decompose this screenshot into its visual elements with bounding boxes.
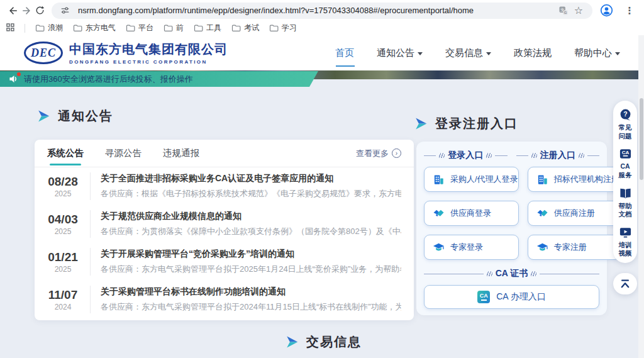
floating-quickbar: ? 常见问题 CA CA服务 帮助文档 培训视频 [613, 101, 637, 263]
speaker-icon [9, 74, 18, 84]
portal-home-page: 通知公告 系统公告 寻源公告 违规通报 查看更多 › 08/28 2025 关于… [0, 79, 644, 358]
handshake-icon [433, 208, 445, 220]
back-to-top-button[interactable] [613, 273, 637, 294]
nav-help-center[interactable]: 帮助中心 [574, 43, 620, 63]
notice-date: 08/28 2025 [42, 175, 84, 198]
building-icon [536, 174, 548, 186]
announcement-ribbon: 请使用360安全浏览器进行后续投标、报价操作 [0, 71, 318, 87]
svg-text:G: G [564, 10, 567, 14]
menu-dots-icon[interactable]: ⋮ [621, 3, 638, 19]
building-icon [433, 174, 445, 186]
scrollbar-thumb[interactable] [640, 98, 643, 180]
site-settings-icon[interactable] [58, 4, 73, 18]
translate-icon[interactable]: 文G [556, 4, 571, 18]
supplier-login-button[interactable]: 供应商登录 [424, 201, 519, 226]
nav-trade-info[interactable]: 交易信息 [445, 43, 491, 63]
notice-desc: 各供应商：为贯彻落实《保障中小企业款项支付条例》（国务院令第802号）及《中小企… [101, 226, 401, 237]
ca-card-icon: CA [619, 147, 632, 160]
bookmark-folder[interactable]: 前 [164, 23, 184, 33]
question-bubble-icon: ? [619, 108, 632, 121]
video-icon [619, 226, 632, 239]
site-header: DEC 中国东方电气集团有限公司 DONGFANG ELECTRIC CORPO… [0, 35, 644, 70]
profile-avatar-icon[interactable] [599, 3, 615, 19]
notice-list-item[interactable]: 11/07 2024 关于采购管理平台标书在线制作功能培训的通知 各供应商：东方… [35, 281, 414, 318]
chevron-down-icon [418, 52, 423, 55]
notice-date: 11/07 2024 [42, 288, 84, 311]
divider [90, 210, 91, 238]
bookmark-folder[interactable]: 浪潮 [35, 23, 63, 33]
bookmark-folder[interactable]: 工具 [194, 23, 221, 33]
bookmark-folder[interactable]: 考试 [231, 23, 259, 33]
login-group-header: 登录入口 [424, 150, 508, 161]
expert-register-button[interactable]: 专家注册 [528, 235, 620, 260]
ticker-text: 请使用360安全浏览器进行后续投标、报价操作 [24, 74, 193, 85]
expert-login-button[interactable]: 专家登录 [424, 235, 519, 260]
nav-notices[interactable]: 通知公告 [377, 43, 423, 63]
ca-apply-button[interactable]: CA CA 办理入口 [424, 285, 599, 309]
notices-section-title: 通知公告 [38, 108, 113, 125]
chevron-down-icon [486, 52, 491, 55]
notice-title[interactable]: 关于开展采购管理平台“竞价采购业务”培训的通知 [101, 249, 401, 260]
bidding-agency-register-button[interactable]: 招标代理机构注册 [528, 167, 620, 192]
tab-sourcing-notices[interactable]: 寻源公告 [105, 141, 142, 165]
company-logo[interactable]: DEC 中国东方电气集团有限公司 DONGFANG ELECTRIC CORPO… [24, 41, 228, 65]
section-arrow-icon [415, 118, 427, 130]
notice-date: 01/21 2025 [42, 250, 84, 274]
bookmark-star-icon[interactable]: ☆ [571, 4, 586, 18]
help-docs-shortcut[interactable]: 帮助文档 [618, 187, 633, 219]
notice-list-item[interactable]: 04/03 2025 关于规范供应商企业规模信息的通知 各供应商：为贯彻落实《保… [35, 205, 414, 243]
section-arrow-icon [38, 110, 50, 122]
back-icon[interactable] [6, 3, 19, 19]
company-name-cn: 中国东方电气集团有限公司 [69, 41, 228, 58]
nav-home[interactable]: 首页 [335, 43, 354, 63]
page-scrollbar[interactable] [638, 35, 644, 358]
reload-icon[interactable] [33, 3, 47, 19]
chevron-down-icon [615, 52, 620, 55]
notice-date: 04/03 2025 [42, 213, 84, 236]
notice-desc: 各供应商：东方电气采购管理平台拟于2024年11月15日上线“标书在线制作”功能… [101, 301, 401, 313]
nav-policies[interactable]: 政策法规 [514, 43, 552, 63]
notice-desc: 各供应商：根据《电子招标投标系统技术规范》《电子采购交易规范》要求，东方电气采购… [101, 188, 401, 199]
bookmark-folder[interactable]: 学习 [269, 23, 297, 33]
graduation-cap-icon [536, 242, 548, 254]
tab-violation-reports[interactable]: 违规通报 [163, 141, 199, 165]
bookmark-folder[interactable]: 东方电气 [73, 23, 116, 33]
notices-card: 系统公告 寻源公告 违规通报 查看更多 › 08/28 2025 关于全面推进非… [35, 140, 414, 320]
handshake-icon [536, 208, 548, 220]
faq-shortcut[interactable]: ? 常见问题 [618, 108, 633, 140]
section-title-text: 登录注册入口 [435, 115, 518, 132]
notice-title[interactable]: 关于全面推进非招标采购业务CA认证及电子签章应用的通知 [101, 173, 401, 184]
section-title-text: 交易信息 [306, 333, 362, 350]
trade-section-title: 交易信息 [286, 333, 362, 350]
notice-title[interactable]: 关于采购管理平台标书在线制作功能培训的通知 [101, 286, 401, 298]
url-text[interactable]: nsrm.dongfang.com/platform/runtime/epp/d… [78, 6, 556, 15]
notice-list-item[interactable]: 01/21 2025 关于开展采购管理平台“竞价采购业务”培训的通知 各供应商：… [35, 243, 414, 281]
register-group-header: 注册入口 [516, 150, 600, 161]
training-videos-shortcut[interactable]: 培训视频 [618, 226, 633, 258]
divider [90, 248, 91, 276]
ca-group-header: CA 证书 [424, 268, 599, 279]
bookmarks-divider [25, 24, 25, 33]
browser-toolbar: nsrm.dongfang.com/platform/runtime/epp/d… [0, 0, 644, 21]
tab-system-notices[interactable]: 系统公告 [47, 141, 84, 165]
notification-dot [17, 72, 21, 76]
supplier-register-button[interactable]: 供应商注册 [528, 201, 620, 226]
view-more-link[interactable]: 查看更多 › [356, 148, 401, 159]
divider [90, 172, 91, 200]
chevron-right-circle-icon: › [392, 148, 401, 158]
forward-icon[interactable] [19, 3, 33, 19]
ca-badge-icon: CA [477, 291, 490, 303]
main-nav: 首页 通知公告 交易信息 政策法规 帮助中心 [335, 43, 620, 63]
ca-service-shortcut[interactable]: CA CA服务 [618, 147, 633, 179]
notices-tabs: 系统公告 寻源公告 违规通报 查看更多 › [35, 140, 414, 167]
bookmark-folder[interactable]: 平台 [126, 23, 153, 33]
address-bar[interactable]: nsrm.dongfang.com/platform/runtime/epp/d… [52, 3, 592, 19]
login-register-panel: 登录入口 注册入口 采购人/代理人登录 招标代理机构注册 供应商登录 [416, 142, 607, 315]
notice-list-item[interactable]: 08/28 2025 关于全面推进非招标采购业务CA认证及电子签章应用的通知 各… [35, 167, 414, 205]
graduation-cap-icon [433, 242, 445, 254]
buyer-agent-login-button[interactable]: 采购人/代理人登录 [424, 167, 519, 192]
login-section-title: 登录注册入口 [415, 115, 518, 132]
bookmarks-bar: 浪潮 东方电气 平台 前 工具 考试 学习 [0, 21, 644, 35]
notice-title[interactable]: 关于规范供应商企业规模信息的通知 [101, 211, 401, 222]
apps-grid-icon[interactable] [6, 23, 14, 34]
